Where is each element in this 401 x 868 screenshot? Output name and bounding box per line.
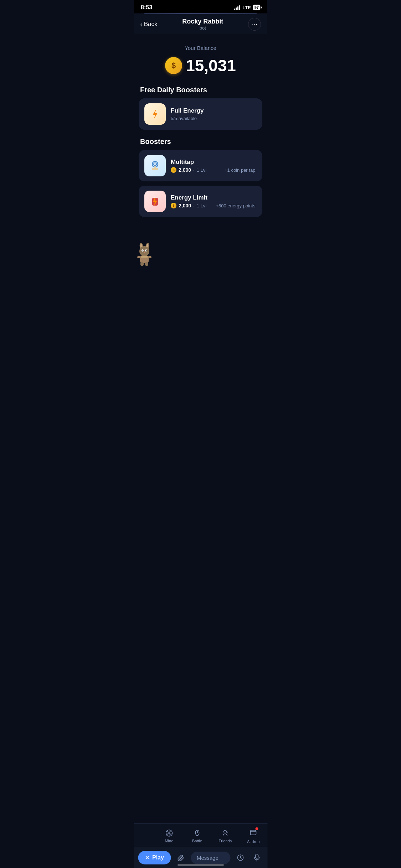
- svg-point-14: [139, 246, 149, 256]
- energy-limit-level: 1 Lvl: [197, 203, 206, 208]
- svg-point-3: [155, 164, 155, 165]
- more-button[interactable]: ···: [248, 18, 261, 31]
- multitap-info: Multitap $ 2,000 · 1 Lvl +1 coin per tap…: [171, 159, 257, 173]
- rabbit-figure-svg: [134, 241, 155, 267]
- lte-label: LTE: [242, 5, 251, 10]
- svg-marker-0: [153, 109, 158, 119]
- back-chevron-icon: ‹: [140, 20, 143, 29]
- svg-rect-23: [148, 256, 151, 258]
- svg-point-18: [146, 250, 147, 252]
- svg-point-19: [144, 252, 145, 253]
- energy-limit-effect: +500 energy points.: [216, 203, 257, 208]
- boosters-title: Boosters: [134, 134, 267, 150]
- svg-rect-24: [140, 262, 144, 266]
- multitap-level: 1 Lvl: [197, 167, 206, 173]
- main-content: Your Balance $ 15,031 Free Daily Booster…: [134, 34, 267, 271]
- full-energy-card[interactable]: Full Energy 5/5 available: [139, 98, 262, 130]
- energy-limit-icon: [149, 195, 161, 208]
- multitap-dot: ·: [193, 167, 195, 173]
- multitap-effect: +1 coin per tap.: [225, 167, 257, 173]
- full-energy-sub: 5/5 available: [171, 116, 257, 121]
- svg-rect-4: [154, 166, 156, 170]
- multitap-icon: [148, 159, 162, 173]
- energy-limit-cost: 2,000: [179, 203, 191, 208]
- status-bar: 8:53 LTE 97: [134, 0, 267, 13]
- signal-icon: [234, 5, 240, 10]
- energy-limit-name: Energy Limit: [171, 194, 257, 201]
- full-energy-info: Full Energy 5/5 available: [171, 107, 257, 121]
- svg-rect-6: [156, 168, 158, 170]
- nav-center: Rocky Rabbit bot: [182, 18, 223, 31]
- energy-limit-dot: ·: [193, 203, 195, 208]
- battery-icon: 97: [253, 5, 260, 10]
- rabbit-character: [134, 241, 155, 269]
- nav-subtitle: bot: [182, 25, 223, 31]
- svg-rect-21: [141, 256, 148, 258]
- balance-number: 15,031: [186, 56, 236, 75]
- svg-rect-5: [152, 168, 154, 170]
- energy-limit-cost-wrap: $ 2,000 · 1 Lvl +500 energy points.: [171, 203, 257, 208]
- balance-section: Your Balance $ 15,031: [134, 34, 267, 82]
- status-time: 8:53: [141, 4, 152, 11]
- multitap-card[interactable]: Multitap $ 2,000 · 1 Lvl +1 coin per tap…: [139, 150, 262, 181]
- multitap-cost-wrap: $ 2,000 · 1 Lvl +1 coin per tap.: [171, 167, 257, 173]
- svg-rect-25: [145, 262, 148, 266]
- status-right: LTE 97: [234, 5, 260, 10]
- energy-limit-icon-wrap: [144, 191, 166, 212]
- multitap-name: Multitap: [171, 159, 257, 166]
- back-button[interactable]: ‹ Back: [140, 20, 157, 29]
- coin-icon: $: [165, 57, 182, 74]
- full-energy-name: Full Energy: [171, 107, 257, 114]
- multitap-cost: 2,000: [179, 167, 191, 173]
- free-daily-boosters-title: Free Daily Boosters: [134, 82, 267, 98]
- balance-amount: $ 15,031: [141, 56, 260, 75]
- lightning-icon: [149, 108, 161, 120]
- energy-limit-card[interactable]: Energy Limit $ 2,000 · 1 Lvl +500 energy…: [139, 186, 262, 217]
- multitap-coin-icon: $: [171, 167, 176, 173]
- back-label: Back: [144, 21, 158, 28]
- svg-rect-22: [137, 256, 141, 258]
- nav-bar: ‹ Back Rocky Rabbit bot ···: [134, 14, 267, 34]
- balance-label: Your Balance: [141, 45, 260, 51]
- multitap-icon-wrap: [144, 155, 166, 176]
- energy-limit-coin-icon: $: [171, 203, 176, 208]
- coin-symbol: $: [171, 61, 176, 70]
- nav-title: Rocky Rabbit: [182, 18, 223, 25]
- energy-limit-info: Energy Limit $ 2,000 · 1 Lvl +500 energy…: [171, 194, 257, 208]
- full-energy-icon-wrap: [144, 103, 166, 125]
- svg-point-17: [143, 250, 144, 252]
